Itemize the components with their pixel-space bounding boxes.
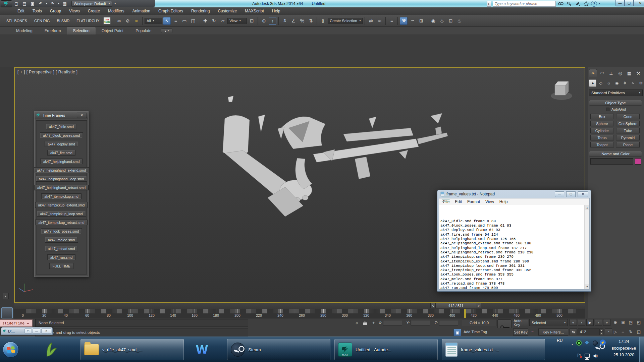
menu-item[interactable]: Help	[268, 8, 284, 14]
menu-item[interactable]: Edit	[13, 8, 29, 14]
go-to-end-button[interactable]: »	[603, 319, 610, 326]
new-file-icon[interactable]: ▢	[13, 1, 20, 7]
primitive-button[interactable]: Cylinder	[590, 128, 614, 133]
edit-named-selection-sets-icon[interactable]: {}	[319, 17, 327, 25]
layer-manager-icon[interactable]: ≡	[388, 17, 395, 25]
restore-button[interactable]: ▢	[625, 0, 634, 6]
time-configuration-button[interactable]: ◔	[605, 328, 612, 335]
schematic-view-icon[interactable]: ⊞	[417, 17, 425, 25]
undo-dropdown-icon[interactable]: ▾	[45, 1, 48, 7]
ribbon-collapse-button[interactable]: ▲▾	[161, 28, 172, 33]
autogrid-checkbox[interactable]	[606, 108, 609, 111]
rendered-frame-window-icon[interactable]: ⊡	[447, 17, 454, 25]
recorder-tray-icon[interactable]	[576, 340, 582, 346]
scroll-down-icon[interactable]: ▼	[585, 284, 590, 289]
notepad-window[interactable]: frame_values.txt - Notepad — ▢ ✕ FileEdi…	[437, 190, 591, 292]
ribbon-tab-populate[interactable]: Populate	[129, 27, 157, 35]
action-center-flag-icon[interactable]: ⚐	[576, 352, 582, 359]
display-tab-icon[interactable]: ▦	[625, 69, 633, 77]
object-type-rollout-header[interactable]: − Object Type	[589, 100, 642, 106]
time-frame-button[interactable]: ak47_fire.smd	[47, 150, 75, 156]
auto-key-button[interactable]: Auto Key	[513, 319, 528, 326]
menu-item[interactable]: Customize	[214, 8, 241, 14]
taskbar-button-notepad[interactable]: frame_values.txt -...	[442, 339, 545, 360]
open-file-icon[interactable]: ▤	[21, 1, 28, 7]
primitive-button[interactable]: Teapot	[590, 142, 614, 147]
menu-item[interactable]: Animation	[128, 8, 154, 14]
viewcube[interactable]	[551, 81, 572, 100]
time-frame-button[interactable]: ak47_helpinghand_extend.smd	[34, 167, 89, 173]
save-file-icon[interactable]: ▣	[29, 1, 36, 7]
maximize-button[interactable]: ▢	[566, 191, 576, 197]
notepad-menu-item[interactable]: View	[483, 199, 497, 205]
orbit-icon[interactable]: ↻	[627, 328, 634, 335]
previous-frame-arrow[interactable]: <	[430, 303, 436, 308]
project-folder-icon[interactable]: ▦	[61, 1, 68, 7]
open-mini-curve-editor-button[interactable]	[1, 307, 13, 319]
infocenter-expand-icon[interactable]: ▸	[487, 1, 491, 7]
menu-item[interactable]: MAXScript	[241, 8, 268, 14]
pinned-app-icon[interactable]	[43, 342, 59, 358]
tray-expand-icon[interactable]: ▴	[569, 341, 576, 348]
add-time-tag[interactable]: Add Time Tag	[464, 330, 487, 334]
object-color-swatch[interactable]	[635, 158, 641, 165]
dialog-titlebar[interactable]: Time Frames ✕	[35, 112, 88, 119]
sel-bones-button[interactable]: SEL BONES	[3, 17, 30, 24]
select-and-link-icon[interactable]: ∞	[115, 17, 123, 25]
primitive-category-dropdown[interactable]: Standard Primitives ▾	[589, 89, 643, 96]
select-and-move-icon[interactable]: ✚	[201, 17, 209, 25]
time-slider[interactable]: < 412 / 511 >	[14, 303, 585, 309]
x-coordinate-field[interactable]	[383, 320, 402, 325]
flat-hrchy-button[interactable]: FLAT HRCHY	[73, 17, 102, 24]
time-slider-handle[interactable]: < 412 / 511 >	[430, 303, 481, 308]
ribbon-tab-modeling[interactable]: Modeling	[10, 27, 39, 35]
select-and-scale-icon[interactable]: ▱	[219, 17, 226, 25]
isolate-selection-icon[interactable]: ☼	[354, 320, 360, 326]
close-icon[interactable]: ✕	[77, 113, 87, 118]
angle-snap-icon[interactable]: ∠	[289, 17, 297, 25]
notepad-text-area[interactable]: ak47_0idle.smd frame 0 60ak47_0look_pose…	[439, 205, 590, 290]
render-setup-icon[interactable]: ♨	[438, 17, 446, 25]
primitive-button[interactable]: Plane	[616, 142, 640, 147]
render-production-icon[interactable]: ♨	[455, 17, 463, 25]
pan-view-icon[interactable]: ⇔	[620, 328, 627, 335]
undo-icon[interactable]: ↶	[37, 1, 44, 7]
time-frame-button[interactable]: ak47_deploy.smd	[45, 141, 78, 147]
current-frame-marker[interactable]	[464, 309, 466, 318]
use-pivot-point-icon[interactable]: ⊡	[248, 17, 256, 25]
ribbon-tab-freeform[interactable]: Freeform	[39, 27, 67, 35]
menu-item[interactable]: Modifiers	[104, 8, 128, 14]
spinner-up-icon[interactable]: ▲	[599, 328, 603, 332]
communication-center-icon[interactable]	[574, 1, 581, 7]
cameras-category-icon[interactable]: ◉	[613, 79, 621, 87]
workspace-dropdown[interactable]: Workspace: Default ▾	[71, 1, 112, 7]
snaps-toggle-icon[interactable]: 3	[281, 17, 288, 25]
primitive-button[interactable]: GeoSphere	[616, 121, 640, 126]
track-bar[interactable]: 0204060801001201401601802002202402602803…	[14, 309, 585, 318]
window-crossing-icon[interactable]: ◫	[189, 17, 197, 25]
bi-smd-button[interactable]: BI SMD	[54, 17, 72, 24]
set-key-button[interactable]: Set Key	[513, 328, 528, 336]
time-frame-button[interactable]: ak47_0idle.smd	[46, 124, 77, 129]
application-button[interactable]	[1, 0, 12, 7]
close-button[interactable]: ✕	[41, 328, 51, 334]
select-and-manipulate-icon[interactable]: ⊕	[260, 17, 268, 25]
zoom-extents-all-icon[interactable]: ◰	[635, 319, 642, 326]
y-coordinate-field[interactable]	[411, 320, 430, 325]
spinner-down-icon[interactable]: ▼	[599, 332, 603, 335]
primitive-button[interactable]: Pyramid	[616, 135, 640, 140]
close-button[interactable]: ✕	[578, 191, 588, 197]
name-color-rollout-header[interactable]: − Name and Color	[589, 151, 642, 157]
maximize-viewport-icon[interactable]: ◱	[635, 328, 642, 335]
time-frame-button[interactable]: ak47_melee.smd	[45, 237, 78, 243]
subscription-key-icon[interactable]	[566, 1, 573, 7]
lightning-tray-icon[interactable]: ⚡	[600, 340, 606, 346]
menu-item[interactable]: Group	[46, 8, 65, 14]
play-button[interactable]: ▶	[586, 319, 594, 326]
primitive-button[interactable]: Tube	[616, 128, 640, 133]
graphite-modeling-tools-icon[interactable]: ⚒	[400, 17, 408, 25]
new-key-curve-icon[interactable]: ~	[529, 328, 536, 335]
wallpaper-engine-icon[interactable]: W	[194, 342, 210, 358]
dropbox-tray-icon[interactable]: ❖	[584, 340, 590, 346]
menu-item[interactable]: Rendering	[187, 8, 214, 14]
